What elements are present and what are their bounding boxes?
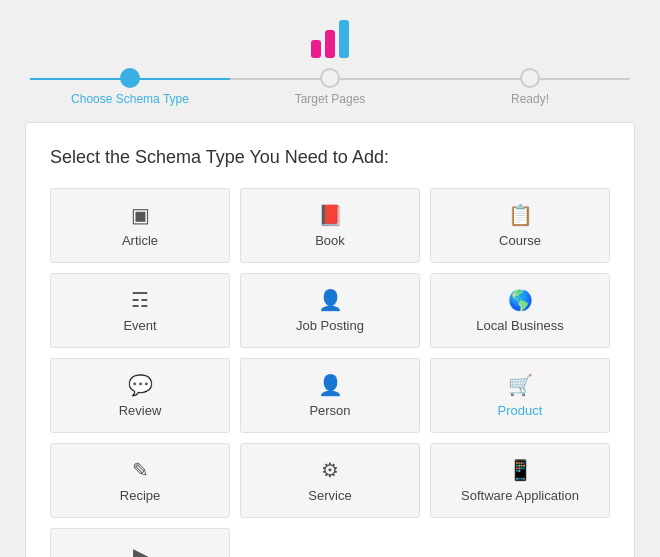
step-label-3: Ready! — [511, 92, 549, 106]
person-icon: 👤 — [318, 373, 343, 397]
article-label: Article — [122, 233, 158, 248]
book-label: Book — [315, 233, 345, 248]
schema-item-review[interactable]: 💬Review — [50, 358, 230, 433]
course-label: Course — [499, 233, 541, 248]
course-icon: 📋 — [508, 203, 533, 227]
logo-bar-3 — [339, 20, 349, 58]
schema-item-recipe[interactable]: ✎Recipe — [50, 443, 230, 518]
schema-item-article[interactable]: ▣Article — [50, 188, 230, 263]
logo — [311, 18, 349, 58]
job-posting-icon: 👤 — [318, 288, 343, 312]
step-label-1: Choose Schema Type — [71, 92, 189, 106]
person-label: Person — [309, 403, 350, 418]
schema-card: Select the Schema Type You Need to Add: … — [25, 122, 635, 557]
job-posting-label: Job Posting — [296, 318, 364, 333]
event-icon: ☶ — [131, 288, 149, 312]
recipe-icon: ✎ — [132, 458, 149, 482]
schema-item-book[interactable]: 📕Book — [240, 188, 420, 263]
step-circle-1 — [120, 68, 140, 88]
card-title: Select the Schema Type You Need to Add: — [50, 147, 610, 168]
recipe-label: Recipe — [120, 488, 160, 503]
review-label: Review — [119, 403, 162, 418]
local-business-label: Local Business — [476, 318, 563, 333]
schema-item-product[interactable]: 🛒Product — [430, 358, 610, 433]
wizard-step-choose: Choose Schema Type — [30, 68, 230, 106]
schema-item-service[interactable]: ⚙Service — [240, 443, 420, 518]
event-label: Event — [123, 318, 156, 333]
product-label: Product — [498, 403, 543, 418]
schema-item-job-posting[interactable]: 👤Job Posting — [240, 273, 420, 348]
step-circle-2 — [320, 68, 340, 88]
video-object-icon: ▶ — [133, 543, 148, 557]
article-icon: ▣ — [131, 203, 150, 227]
schema-grid: ▣Article📕Book📋Course☶Event👤Job Posting🌎L… — [50, 188, 610, 557]
software-application-icon: 📱 — [508, 458, 533, 482]
review-icon: 💬 — [128, 373, 153, 397]
wizard-step-target: Target Pages — [230, 68, 430, 106]
product-icon: 🛒 — [508, 373, 533, 397]
logo-bar-2 — [325, 30, 335, 58]
step-label-2: Target Pages — [295, 92, 366, 106]
service-icon: ⚙ — [321, 458, 339, 482]
schema-item-event[interactable]: ☶Event — [50, 273, 230, 348]
schema-item-person[interactable]: 👤Person — [240, 358, 420, 433]
service-label: Service — [308, 488, 351, 503]
wizard-steps: Choose Schema Type Target Pages Ready! — [30, 68, 630, 106]
step-circle-3 — [520, 68, 540, 88]
wizard-step-ready: Ready! — [430, 68, 630, 106]
local-business-icon: 🌎 — [508, 288, 533, 312]
schema-item-local-business[interactable]: 🌎Local Business — [430, 273, 610, 348]
logo-bar-1 — [311, 40, 321, 58]
schema-item-course[interactable]: 📋Course — [430, 188, 610, 263]
schema-item-video-object[interactable]: ▶Video Object — [50, 528, 230, 557]
book-icon: 📕 — [318, 203, 343, 227]
schema-item-software-application[interactable]: 📱Software Application — [430, 443, 610, 518]
software-application-label: Software Application — [461, 488, 579, 503]
